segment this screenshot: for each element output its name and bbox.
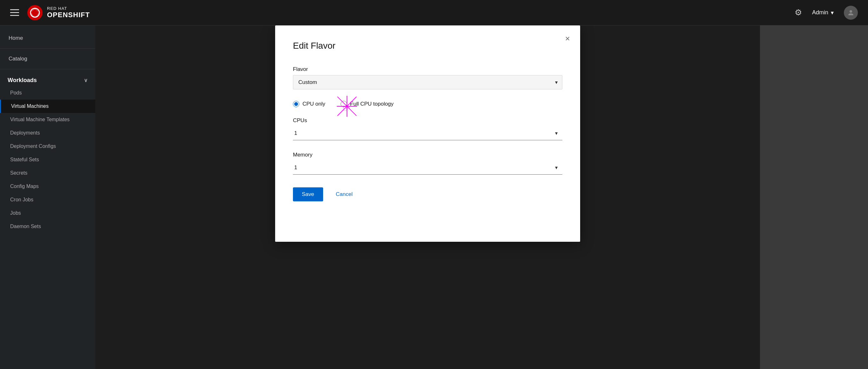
user-avatar[interactable]: [844, 6, 858, 20]
navbar: RED HAT OPENSHIFT ⚙ Admin ▾: [0, 0, 868, 25]
memory-field: Memory 1 2 4 8 ▼: [293, 152, 562, 175]
sidebar-item-deployment-configs[interactable]: Deployment Configs: [0, 140, 95, 153]
openshift-label: OPENSHIFT: [47, 11, 90, 19]
radio-cpu-only-input[interactable]: [293, 101, 299, 107]
sidebar-item-daemon-sets[interactable]: Daemon Sets: [0, 220, 95, 233]
redhat-label: RED HAT: [47, 6, 90, 11]
edit-flavor-modal: × Edit Flavor Flavor Custom Small Medium…: [275, 25, 580, 242]
modal-overlay: × Edit Flavor Flavor Custom Small Medium…: [95, 25, 760, 369]
workloads-chevron-icon: ∨: [84, 77, 88, 83]
redhat-logo-icon: [27, 4, 43, 21]
sidebar-item-virtual-machines[interactable]: Virtual Machines: [0, 100, 95, 113]
radio-cpu-only-label[interactable]: CPU only: [293, 101, 326, 107]
logo-text: RED HAT OPENSHIFT: [47, 6, 90, 19]
workloads-label: Workloads: [8, 77, 37, 84]
navbar-right: ⚙ Admin ▾: [795, 6, 858, 20]
radio-full-cpu-input[interactable]: [341, 101, 347, 107]
svg-line-10: [347, 106, 356, 116]
flavor-select[interactable]: Custom Small Medium Large: [293, 75, 562, 89]
svg-point-2: [849, 10, 852, 13]
cpus-select[interactable]: 1 2 4 8: [293, 126, 562, 140]
hamburger-menu-button[interactable]: [10, 9, 19, 16]
sidebar-item-cron-jobs[interactable]: Cron Jobs: [0, 193, 95, 206]
settings-icon[interactable]: ⚙: [795, 8, 802, 18]
hamburger-line: [10, 15, 19, 16]
modal-title: Edit Flavor: [293, 41, 562, 51]
flavor-select-wrapper: Custom Small Medium Large ▼: [293, 75, 562, 89]
sidebar-divider-2: [0, 69, 95, 69]
admin-chevron-icon: ▾: [831, 9, 834, 16]
sidebar-item-home[interactable]: Home: [0, 31, 95, 46]
radio-full-cpu-text: Full CPU topology: [350, 101, 394, 107]
sidebar-item-jobs[interactable]: Jobs: [0, 206, 95, 220]
cpu-topology-radio-group: CPU only Full CPU topology: [293, 101, 562, 107]
radio-full-cpu-label[interactable]: Full CPU topology: [341, 101, 394, 107]
flavor-field: Flavor Custom Small Medium Large ▼: [293, 66, 562, 89]
save-button[interactable]: Save: [293, 187, 323, 201]
memory-select[interactable]: 1 2 4 8: [293, 161, 562, 175]
navbar-left: RED HAT OPENSHIFT: [10, 4, 90, 21]
admin-menu-button[interactable]: Admin ▾: [812, 9, 834, 16]
sidebar-item-virtual-machine-templates[interactable]: Virtual Machine Templates: [0, 113, 95, 126]
right-panel: [760, 25, 868, 369]
modal-close-button[interactable]: ×: [565, 34, 570, 42]
sidebar-item-config-maps[interactable]: Config Maps: [0, 180, 95, 193]
memory-select-wrapper: 1 2 4 8 ▼: [293, 161, 562, 175]
hamburger-line: [10, 9, 19, 10]
sidebar-item-deployments[interactable]: Deployments: [0, 126, 95, 140]
hamburger-line: [10, 12, 19, 13]
svg-line-8: [337, 106, 347, 116]
cpus-field: CPUs 1 2 4 8 ▼: [293, 117, 562, 140]
flavor-label: Flavor: [293, 66, 562, 73]
admin-label: Admin: [812, 9, 828, 16]
content-area: × Edit Flavor Flavor Custom Small Medium…: [95, 25, 760, 369]
cancel-button[interactable]: Cancel: [331, 187, 358, 201]
sidebar-item-stateful-sets[interactable]: Stateful Sets: [0, 153, 95, 166]
memory-label: Memory: [293, 152, 562, 158]
logo: RED HAT OPENSHIFT: [27, 4, 90, 21]
sidebar-section-workloads[interactable]: Workloads ∨: [0, 72, 95, 86]
cpus-label: CPUs: [293, 117, 562, 124]
main-layout: Home Catalog Workloads ∨ PodsVirtual Mac…: [0, 25, 868, 369]
sidebar: Home Catalog Workloads ∨ PodsVirtual Mac…: [0, 25, 95, 369]
modal-actions: Save Cancel: [293, 187, 562, 201]
cpus-select-wrapper: 1 2 4 8 ▼: [293, 126, 562, 140]
sidebar-divider: [0, 48, 95, 49]
sidebar-sub-items: PodsVirtual MachinesVirtual Machine Temp…: [0, 86, 95, 233]
sidebar-item-secrets[interactable]: Secrets: [0, 166, 95, 180]
radio-cpu-only-text: CPU only: [303, 101, 326, 107]
sidebar-item-catalog[interactable]: Catalog: [0, 51, 95, 66]
sidebar-item-pods[interactable]: Pods: [0, 86, 95, 100]
